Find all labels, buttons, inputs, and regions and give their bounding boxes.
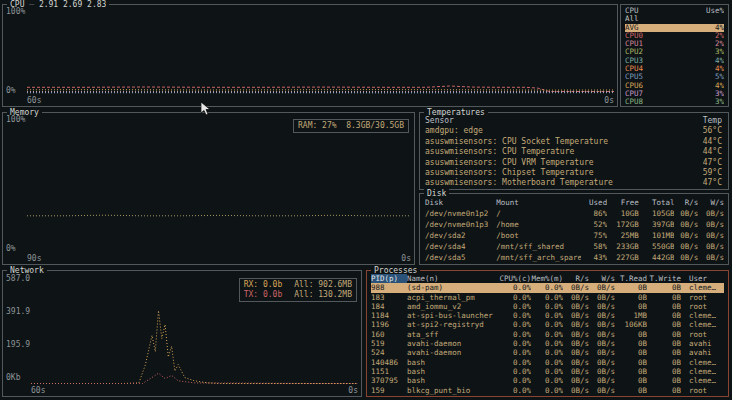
table-cell: /dev/nvme0n1p3	[425, 219, 496, 230]
table-cell: 0B	[647, 348, 681, 357]
table-row[interactable]: CPU12%	[625, 40, 724, 48]
table-row[interactable]: AVG4%	[625, 24, 724, 32]
table-row[interactable]: All	[625, 15, 724, 23]
column-header-total-read[interactable]: T.Read	[615, 274, 647, 283]
table-cell: 44°C	[684, 147, 722, 157]
table-cell: 0.0%	[531, 320, 563, 329]
column-header-mem-percent[interactable]: Mem%(m)	[531, 274, 563, 283]
table-cell: /boot	[496, 230, 581, 241]
table-cell: 1151	[371, 367, 407, 376]
table-cell: 3%	[696, 98, 724, 106]
disk-panel[interactable]: Disk Disk Mount Used Free Total R/s W/s …	[419, 193, 729, 265]
table-row[interactable]: 988(sd-pam)0.0%0.0%0B/s0B/s0B0Bcleme…	[371, 283, 724, 292]
table-cell: cleme…	[681, 358, 724, 367]
table-row[interactable]: 519avahi-daemon0.0%0.0%0B/s0B/s0B0Bavahi	[371, 339, 724, 348]
table-cell: ata_sff	[407, 330, 499, 339]
processes-panel[interactable]: Processes PID(p) Name(n) CPU%(c) Mem%(m)…	[366, 270, 729, 397]
table-cell: 524	[371, 348, 407, 357]
table-cell: 0B/s	[563, 302, 589, 311]
table-cell: 0B/s	[674, 252, 698, 263]
memory-usage-graph	[27, 118, 411, 252]
table-cell: asuswmisensors: CPU Socket Temperature	[425, 137, 684, 147]
table-row[interactable]: 524avahi-daemon0.0%0.0%0B/s0B/s0B0Bavahi	[371, 348, 724, 357]
table-cell: 3%	[696, 48, 724, 56]
table-cell: 0B/s	[589, 386, 615, 395]
table-row[interactable]: 160ata_sff0.0%0.0%0B/s0B/s0B0Broot	[371, 330, 724, 339]
table-cell: 86%	[581, 208, 607, 219]
table-cell: 0B/s	[563, 386, 589, 395]
table-row[interactable]: CPU44%	[625, 65, 724, 73]
disk-table-header: Disk Mount Used Free Total R/s W/s	[425, 197, 724, 208]
table-row[interactable]: CPU55%	[625, 73, 724, 81]
table-cell: 233GB	[607, 241, 639, 252]
table-row[interactable]: CPU34%	[625, 57, 724, 65]
table-cell: 0B/s	[563, 320, 589, 329]
column-header-read-rate[interactable]: R/s	[563, 274, 589, 283]
temperatures-panel[interactable]: Temperatures Sensor Temp amdgpu: edge56°…	[419, 112, 729, 190]
table-cell: 0B	[615, 358, 647, 367]
network-x-right-label: 0s	[348, 387, 358, 395]
table-cell: 0B/s	[563, 311, 589, 320]
table-cell: 0B	[647, 367, 681, 376]
table-cell: 0B/s	[589, 283, 615, 292]
table-row[interactable]: 370795bash0.0%0.0%0B/s0B/s0B0Bcleme…	[371, 376, 724, 385]
cpu-usage-graph	[27, 10, 614, 94]
table-cell: 0.0%	[499, 302, 531, 311]
table-row: /dev/nvme0n1p3/home52%172GB397GB0B/s0B/s	[425, 219, 724, 230]
column-header-name[interactable]: Name(n)	[407, 274, 499, 283]
column-header-disk: Disk	[425, 197, 496, 208]
table-cell: /dev/sda2	[425, 230, 496, 241]
table-cell: 0B	[615, 348, 647, 357]
cpu-core-list-panel[interactable]: CPU Use% AllAVG4%CPU02%CPU12%CPU23%CPU34…	[620, 4, 729, 107]
table-cell: 0B/s	[589, 293, 615, 302]
cpu-x-right-label: 0s	[604, 97, 614, 105]
table-row: asuswmisensors: CPU Temperature44°C	[425, 147, 722, 157]
network-panel[interactable]: Network 587.0 391.9 195.9 0Kb 60s 0s RX:…	[2, 270, 362, 397]
table-cell: 2%	[696, 40, 724, 48]
table-cell: 0.0%	[499, 283, 531, 292]
table-cell: 0.0%	[499, 293, 531, 302]
memory-panel[interactable]: Memory 100% 0% 90s 0s RAM: 27% 8.3GB/30.…	[2, 112, 415, 265]
table-row[interactable]: 1196at-spi2-registryd0.0%0.0%0B/s0B/s106…	[371, 320, 724, 329]
table-row[interactable]: 183acpi_thermal_pm0.0%0.0%0B/s0B/s0B0Bro…	[371, 293, 724, 302]
network-y-label-2: 391.9	[6, 308, 30, 316]
table-row[interactable]: CPU02%	[625, 32, 724, 40]
table-cell: 140486	[371, 358, 407, 367]
table-cell: acpi_thermal_pm	[407, 293, 499, 302]
table-cell: 0.0%	[499, 339, 531, 348]
cpu-graph-panel[interactable]: CPU2.91 2.69 2.83 100% 0% 60s 0s	[2, 4, 618, 107]
network-y-label-3: 195.9	[6, 341, 30, 349]
column-header-total: Total	[639, 197, 675, 208]
table-cell: 1MB	[615, 311, 647, 320]
table-cell: CPU4	[625, 65, 696, 73]
memory-x-left-label: 90s	[27, 255, 41, 263]
table-row[interactable]: 140486bash0.0%0.0%0B/s0B/s0B0Bcleme…	[371, 358, 724, 367]
column-header-write-rate[interactable]: W/s	[589, 274, 615, 283]
table-row[interactable]: 159blkcg_punt_bio0.0%0.0%0B/s0B/s0B0Broo…	[371, 386, 724, 395]
table-row: /dev/sda5/mnt/sff_arch_spare43%227GB442G…	[425, 252, 724, 263]
memory-y-min-label: 0%	[6, 245, 16, 253]
table-cell: 0.0%	[531, 330, 563, 339]
table-row[interactable]: 184amd_iommu_v20.0%0.0%0B/s0B/s0B0Broot	[371, 302, 724, 311]
table-cell: 0.0%	[531, 293, 563, 302]
column-header-cpu-percent[interactable]: CPU%(c)	[499, 274, 531, 283]
table-row[interactable]: CPU64%	[625, 82, 724, 90]
column-header-pid[interactable]: PID(p)	[371, 274, 407, 283]
column-header-user[interactable]: User	[681, 274, 724, 283]
table-cell: amdgpu: edge	[425, 126, 684, 136]
table-cell: 0B/s	[589, 348, 615, 357]
cpu-core-rows: AllAVG4%CPU02%CPU12%CPU23%CPU34%CPU44%CP…	[625, 15, 724, 106]
table-row[interactable]: 1184at-spi-bus-launcher0.0%0.0%0B/s0B/s1…	[371, 311, 724, 320]
column-header-total-write[interactable]: T.Write	[647, 274, 681, 283]
table-row[interactable]: CPU23%	[625, 48, 724, 56]
table-cell: 59°C	[684, 168, 722, 178]
table-row[interactable]: 1151bash0.0%0.0%0B/s0B/s0B0Bcleme…	[371, 367, 724, 376]
table-row[interactable]: CPU73%	[625, 90, 724, 98]
table-cell: 52%	[581, 219, 607, 230]
table-cell: /dev/sda5	[425, 252, 496, 263]
table-cell: 0.0%	[499, 376, 531, 385]
network-traffic-graph	[31, 276, 358, 384]
table-cell: /mnt/sff_arch_spare	[496, 252, 581, 263]
table-cell: 0B/s	[674, 241, 698, 252]
table-row[interactable]: CPU83%	[625, 98, 724, 106]
